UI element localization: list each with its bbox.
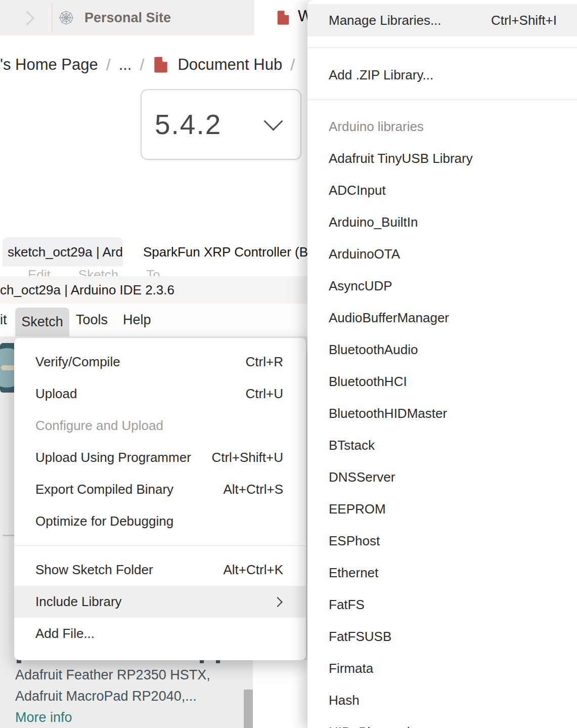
breadcrumb-item[interactable]: Document Hub: [177, 56, 282, 74]
forward-icon[interactable]: [20, 11, 34, 25]
library-item-fatfs[interactable]: FatFS: [307, 589, 577, 621]
menu-item-include-library[interactable]: Include Library: [14, 586, 306, 618]
taskbar-preview-tab[interactable]: sketch_oct29a | Ardui: [3, 237, 123, 267]
menu-item-upload[interactable]: UploadCtrl+U: [14, 378, 306, 410]
board-info-area: Adafruit Feather RP2350 HSTX, Adafruit M…: [0, 660, 307, 728]
tab-personal-site[interactable]: Personal Site: [58, 0, 171, 35]
library-item-audiobuffermanager[interactable]: AudioBufferManager: [307, 302, 577, 334]
breadcrumb-item[interactable]: ...: [119, 56, 132, 74]
menubar-item-help[interactable]: Help: [123, 304, 151, 336]
breadcrumb-item[interactable]: 's Home Page: [0, 56, 98, 74]
submenu-separator: [307, 48, 577, 48]
menu-item-verify-compile[interactable]: Verify/CompileCtrl+R: [14, 346, 306, 378]
menu-item-label: Verify/Compile: [35, 354, 120, 370]
menu-item-shortcut: Alt+Ctrl+S: [224, 482, 284, 497]
submenu-item-label: Manage Libraries...: [329, 13, 441, 28]
library-item-eeprom[interactable]: EEPROM: [307, 493, 577, 525]
menu-item-export-compiled-binary[interactable]: Export Compiled BinaryAlt+Ctrl+S: [14, 474, 306, 505]
library-item-bluetoothaudio[interactable]: BluetoothAudio: [307, 334, 577, 366]
preview-window-title: SparkFun XRP Controller (Beta: [143, 237, 326, 267]
menu-item-label: Upload: [35, 386, 77, 402]
chevron-right-icon: [273, 597, 283, 607]
library-item-bluetoothhci[interactable]: BluetoothHCI: [307, 366, 577, 398]
menu-item-shortcut: Ctrl+Shift+U: [211, 450, 283, 465]
menu-item-upload-using-programmer[interactable]: Upload Using ProgrammerCtrl+Shift+U: [14, 442, 306, 474]
tabbar-divider: [52, 3, 53, 32]
submenu-item-manage-libraries[interactable]: Manage Libraries...Ctrl+Shift+I: [307, 4, 577, 36]
library-item-arduino-builtin[interactable]: Arduino_BuiltIn: [307, 206, 577, 238]
sketch-menu: Verify/CompileCtrl+RUploadCtrl+UConfigur…: [14, 338, 306, 660]
menu-item-label: Configure and Upload: [35, 418, 163, 434]
library-item-hid-bluetooth[interactable]: HID_Bluetooth: [307, 716, 577, 728]
library-item-dnsserver[interactable]: DNSServer: [307, 461, 577, 493]
menu-item-label: Upload Using Programmer: [35, 450, 191, 465]
menubar-item-tools[interactable]: Tools: [76, 304, 108, 336]
document-icon: [152, 56, 169, 73]
breadcrumb-separator: /: [290, 56, 295, 74]
submenu-item-add-zip-library[interactable]: Add .ZIP Library...: [307, 59, 577, 91]
screen: Personal Site W 's Home Page/.../ Docume…: [0, 0, 577, 728]
menu-item-shortcut: Ctrl+R: [246, 354, 283, 370]
library-item-hash[interactable]: Hash: [307, 684, 577, 716]
version-dropdown[interactable]: 5.4.2: [141, 89, 301, 160]
library-item-arduinoota[interactable]: ArduinoOTA: [307, 238, 577, 270]
menu-item-shortcut: Ctrl+U: [246, 386, 283, 402]
preview-tab-title: sketch_oct29a | Ardui: [3, 237, 123, 267]
breadcrumb-separator: /: [140, 56, 144, 74]
version-value: 5.4.2: [155, 108, 221, 141]
submenu-separator: [307, 100, 577, 100]
library-item-adafruit-tinyusb-library[interactable]: Adafruit TinyUSB Library: [307, 143, 577, 175]
background-dash: [3, 535, 14, 536]
submenu-item-label: Add .ZIP Library...: [329, 67, 433, 83]
tab-label: Personal Site: [84, 10, 171, 26]
submenu-item-shortcut: Ctrl+Shift+I: [491, 13, 557, 28]
board-info-line: Adafruit Feather RP2350 HSTX,: [15, 667, 210, 683]
library-item-adcinput[interactable]: ADCInput: [307, 175, 577, 206]
library-item-fatfsusb[interactable]: FatFSUSB: [307, 621, 577, 653]
menu-item-optimize-for-debugging[interactable]: Optimize for Debugging: [14, 505, 306, 537]
board-info-line: Adafruit MacroPad RP2040,...: [15, 689, 197, 704]
menu-item-shortcut: Alt+Ctrl+K: [224, 562, 284, 578]
menu-item-show-sketch-folder[interactable]: Show Sketch FolderAlt+Ctrl+K: [14, 554, 306, 586]
chevron-down-icon: [263, 111, 283, 131]
back-icon[interactable]: [0, 11, 5, 25]
library-item-firmata[interactable]: Firmata: [307, 653, 577, 684]
library-item-ethernet[interactable]: Ethernet: [307, 557, 577, 589]
library-item-btstack[interactable]: BTstack: [307, 430, 577, 461]
menu-item-label: Optimize for Debugging: [35, 513, 173, 529]
spider-web-icon: [58, 10, 74, 26]
menu-item-configure-and-upload[interactable]: Configure and Upload: [14, 410, 306, 442]
scrollbar-thumb[interactable]: [244, 690, 253, 728]
menu-item-add-file[interactable]: Add File...: [14, 618, 306, 650]
breadcrumb: 's Home Page/.../ Document Hub/: [0, 49, 295, 81]
library-item-asyncudp[interactable]: AsyncUDP: [307, 270, 577, 302]
breadcrumb-separator: /: [106, 56, 111, 74]
section-header-arduino-libraries: Arduino libraries: [307, 111, 577, 143]
background-strip: [253, 660, 307, 728]
menu-separator: [14, 545, 306, 546]
library-item-esphost[interactable]: ESPhost: [307, 525, 577, 557]
library-item-bluetoothhidmaster[interactable]: BluetoothHIDMaster: [307, 398, 577, 430]
menubar-item-it[interactable]: it: [0, 304, 7, 336]
menu-item-label: Export Compiled Binary: [35, 482, 173, 497]
menu-item-label: Include Library: [35, 594, 122, 610]
menu-item-label: Add File...: [35, 626, 95, 641]
red-document-icon: [276, 10, 291, 25]
more-info-link[interactable]: More info: [15, 710, 72, 725]
menubar-item-sketch[interactable]: Sketch: [15, 308, 69, 336]
include-library-submenu: Manage Libraries...Ctrl+Shift+IAdd .ZIP …: [307, 0, 577, 728]
menu-item-label: Show Sketch Folder: [35, 562, 153, 578]
